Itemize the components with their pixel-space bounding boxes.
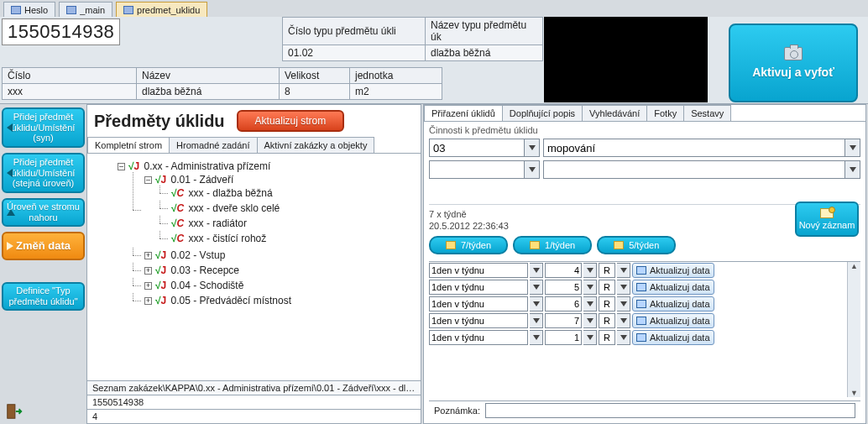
collapse-icon[interactable]: –: [118, 163, 125, 170]
doc-tab-heslo[interactable]: Heslo: [3, 2, 55, 17]
dropdown-icon[interactable]: [845, 160, 860, 179]
tree-node[interactable]: 0.03 - Recepce: [171, 264, 239, 276]
update-row-button[interactable]: Aktualizuj data: [632, 296, 714, 311]
chip-1-week[interactable]: 1/týden: [513, 236, 592, 254]
note-input[interactable]: [485, 403, 855, 418]
dropdown-icon[interactable]: [525, 139, 540, 157]
tree-leaf[interactable]: xxx - radiátor: [189, 217, 247, 229]
val-jednotka[interactable]: m2: [350, 84, 442, 100]
dropdown-icon[interactable]: [583, 330, 597, 345]
edit-data-button[interactable]: Změň data: [2, 232, 85, 260]
schedule-flag-input[interactable]: [599, 263, 615, 278]
schedule-value-input[interactable]: [545, 313, 582, 328]
dropdown-icon[interactable]: [617, 296, 630, 311]
tab-reports[interactable]: Sestavy: [683, 105, 731, 121]
activity-code-input[interactable]: [429, 139, 525, 157]
breadcrumb-count: 4: [87, 409, 421, 423]
schedule-value-input[interactable]: [545, 263, 582, 278]
activity-name-combo[interactable]: [543, 139, 860, 157]
schedule-mode-input[interactable]: [429, 330, 528, 345]
schedule-flag-input[interactable]: [599, 280, 615, 295]
dropdown-icon[interactable]: [617, 313, 630, 328]
refresh-tree-button[interactable]: Aktualizuj strom: [237, 110, 345, 132]
tree-node[interactable]: 0.01 - Zádveří: [171, 174, 234, 186]
val-cislo[interactable]: xxx: [3, 84, 137, 100]
update-row-button[interactable]: Aktualizuj data: [632, 330, 714, 345]
tab-search[interactable]: Vyhledávání: [582, 105, 647, 121]
tab-description[interactable]: Doplňující popis: [502, 105, 583, 121]
chip-7-week[interactable]: 7/týden: [429, 236, 508, 254]
type-definition-button[interactable]: Definice "Typ předmětu úklidu": [2, 282, 85, 311]
doc-tab-predmet-uklidu[interactable]: predmet_uklidu: [116, 2, 207, 17]
schedule-mode-input[interactable]: [429, 280, 528, 295]
schedule-mode-input[interactable]: [429, 263, 528, 278]
schedule-flag-input[interactable]: [599, 296, 615, 311]
dropdown-icon[interactable]: [617, 263, 630, 278]
level-up-button[interactable]: Úroveň ve stromu nahoru: [2, 198, 85, 227]
tree-leaf[interactable]: xxx - dlažba běžná: [189, 187, 273, 199]
new-record-button[interactable]: Nový záznam: [795, 202, 859, 237]
expand-icon[interactable]: +: [144, 267, 152, 275]
add-sibling-button[interactable]: Přidej předmět úklidu/Umístění (stejná ú…: [2, 153, 85, 193]
expand-icon[interactable]: +: [144, 297, 152, 305]
collapse-icon[interactable]: –: [144, 176, 152, 184]
dropdown-icon[interactable]: [617, 280, 630, 295]
schedule-mode-input[interactable]: [429, 296, 528, 311]
dropdown-icon[interactable]: [583, 280, 597, 295]
update-row-button[interactable]: Aktualizuj data: [632, 313, 714, 328]
schedule-row: Aktualizuj data: [429, 279, 860, 296]
dropdown-icon[interactable]: [525, 160, 540, 179]
activity2-code-combo[interactable]: [429, 160, 540, 179]
schedule-value-input[interactable]: [545, 330, 582, 345]
tab-assignments[interactable]: Přiřazení úklidů: [424, 105, 503, 121]
expand-icon[interactable]: +: [144, 252, 152, 259]
tree-node[interactable]: 0.05 - Předváděcí místnost: [171, 295, 291, 306]
dropdown-icon[interactable]: [530, 263, 543, 278]
val-velikost[interactable]: 8: [280, 84, 350, 100]
update-row-button[interactable]: Aktualizuj data: [632, 280, 714, 295]
detail-panel: Přiřazení úklidů Doplňující popis Vyhled…: [423, 104, 866, 424]
dropdown-icon[interactable]: [583, 296, 597, 311]
tree-node[interactable]: 0.xx - Administrativa přízemí: [144, 160, 271, 172]
disk-icon: [636, 333, 646, 342]
activity2-code-input[interactable]: [429, 160, 525, 179]
tree-view[interactable]: –√J 0.xx - Administrativa přízemí –√J 0.…: [87, 154, 421, 380]
dropdown-icon[interactable]: [530, 280, 543, 295]
activity-name-input[interactable]: [543, 139, 845, 157]
dropdown-icon[interactable]: [530, 313, 543, 328]
add-child-button[interactable]: Přidej předmět úklidu/Umístění (syn): [2, 107, 85, 148]
tab-active-orders[interactable]: Aktivní zakázky a objekty: [257, 137, 375, 153]
schedule-row: Aktualizuj data: [429, 296, 860, 312]
scrollbar[interactable]: [847, 262, 860, 397]
schedule-value-input[interactable]: [545, 280, 582, 295]
tab-photos[interactable]: Fotky: [646, 105, 684, 121]
activity-code-combo[interactable]: [429, 139, 540, 157]
exit-icon[interactable]: [2, 402, 27, 421]
doc-tab-main[interactable]: _main: [59, 2, 112, 17]
dropdown-icon[interactable]: [583, 313, 597, 328]
tree-node[interactable]: 0.04 - Schodiště: [171, 280, 244, 291]
add-sibling-label: Přidej předmět úklidu/Umístění (stejná ú…: [5, 157, 81, 189]
tab-bulk[interactable]: Hromadné zadání: [169, 137, 257, 153]
tree-leaf[interactable]: xxx - dveře sklo celé: [189, 202, 280, 214]
dropdown-icon[interactable]: [583, 263, 597, 278]
tab-full-tree[interactable]: Kompletní strom: [87, 137, 170, 153]
chip-5-week[interactable]: 5/týden: [597, 236, 676, 254]
expand-icon[interactable]: +: [144, 282, 152, 290]
val-nazev[interactable]: dlažba běžná: [137, 84, 280, 100]
activity2-name-combo[interactable]: [543, 160, 860, 179]
schedule-mode-input[interactable]: [429, 313, 528, 328]
schedule-flag-input[interactable]: [599, 313, 615, 328]
update-row-button[interactable]: Aktualizuj data: [632, 263, 714, 278]
schedule-flag-input[interactable]: [599, 330, 615, 345]
activity2-name-input[interactable]: [543, 160, 845, 179]
tree-node[interactable]: 0.02 - Vstup: [171, 249, 226, 261]
chip-icon: [530, 241, 540, 249]
dropdown-icon[interactable]: [845, 139, 860, 157]
schedule-value-input[interactable]: [545, 296, 582, 311]
activate-photo-button[interactable]: Aktivuj a vyfoť: [729, 24, 858, 102]
tree-leaf[interactable]: xxx - čistící rohož: [189, 233, 267, 244]
dropdown-icon[interactable]: [617, 330, 630, 345]
dropdown-icon[interactable]: [530, 330, 543, 345]
dropdown-icon[interactable]: [530, 296, 543, 311]
